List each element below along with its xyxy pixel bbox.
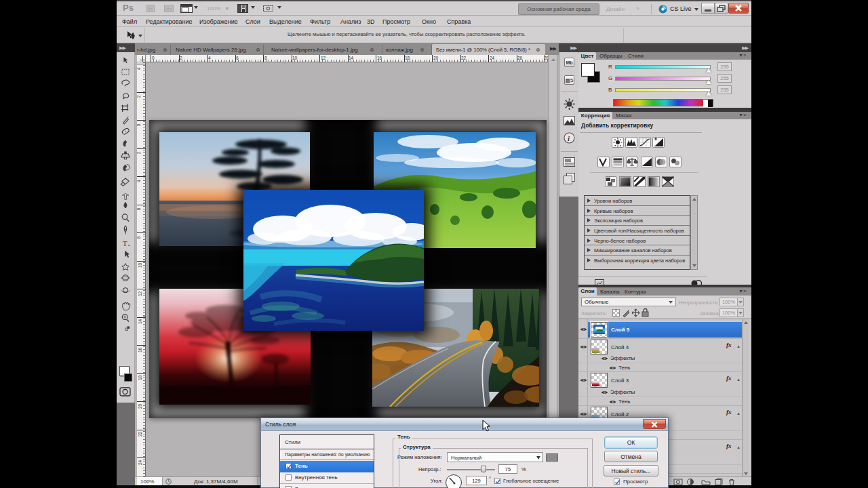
svg-text:T: T [123, 239, 127, 247]
